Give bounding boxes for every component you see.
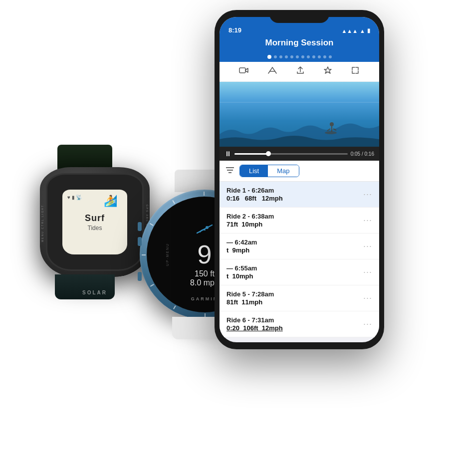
ride-info-6: Ride 6 - 7:31am 0:20 106ft 12mph xyxy=(226,316,283,332)
dot-9[interactable] xyxy=(312,55,315,58)
route-icon[interactable] xyxy=(267,66,277,77)
fenix-btn-left-3 xyxy=(138,272,142,281)
battery-icon: ▮ xyxy=(367,27,370,34)
dot-12[interactable] xyxy=(329,55,332,58)
ride-more-4[interactable]: ··· xyxy=(363,267,372,277)
filter-tabs-row: List Map xyxy=(220,161,379,182)
dots-nav xyxy=(220,53,379,62)
instinct-bezel: ♥ ▮ 📡 🏄 Surf Tides xyxy=(46,173,144,271)
toolbar-row xyxy=(220,62,379,82)
svg-point-1 xyxy=(206,226,209,229)
dot-7[interactable] xyxy=(301,55,304,58)
tick xyxy=(150,284,154,287)
app-header: Morning Session xyxy=(220,36,379,53)
ride-item-6[interactable]: Ride 6 - 7:31am 0:20 106ft 12mph ··· xyxy=(220,311,379,337)
instinct-body: ♥ ▮ 📡 🏄 Surf Tides MENU CTRL LIGHT GPS A… xyxy=(40,167,150,277)
wifi-icon: ▲ xyxy=(360,28,365,34)
ocean-wave-svg xyxy=(220,117,379,147)
dot-6[interactable] xyxy=(296,55,299,58)
fenix-ride-number: 9 xyxy=(198,241,212,267)
dot-8[interactable] xyxy=(307,55,310,58)
pause-button[interactable]: ⏸ xyxy=(224,150,231,158)
ride-stats-3: t 9mph xyxy=(226,246,257,254)
ride-more-6[interactable]: ··· xyxy=(363,319,372,329)
ride-title-6: Ride 6 - 7:31am xyxy=(226,316,283,324)
ride-item-5[interactable]: Ride 5 - 7:28am 81ft 11mph ··· xyxy=(220,285,379,311)
ride-item-2[interactable]: Ride 2 - 6:38am 71ft 10mph ··· xyxy=(220,208,379,234)
star-icon[interactable] xyxy=(323,66,332,77)
ride-title-3: — 6:42am xyxy=(226,238,257,246)
instinct-activity-icon: 🏄 xyxy=(104,195,117,208)
tab-map[interactable]: Map xyxy=(268,165,298,177)
phone-shell: 8:19 ▲▲▲ ▲ ▮ Morning Session xyxy=(215,10,384,349)
ride-info-4: — 6:55am t 10mph xyxy=(226,264,257,280)
status-icons: ▲▲▲ ▲ ▮ xyxy=(341,27,370,34)
ride-title-5: Ride 5 - 7:28am xyxy=(226,290,274,298)
ride-more-1[interactable]: ··· xyxy=(363,189,372,200)
video-area[interactable] xyxy=(220,82,379,147)
heart-battery-icon: ♥ ▮ 📡 xyxy=(67,195,82,200)
dot-4[interactable] xyxy=(285,55,288,58)
expand-icon[interactable] xyxy=(351,66,360,77)
svg-line-0 xyxy=(197,225,212,233)
ride-more-3[interactable]: ··· xyxy=(363,241,372,251)
filter-icon[interactable] xyxy=(225,167,234,176)
video-progress-dot xyxy=(266,151,271,156)
tab-list[interactable]: List xyxy=(240,165,268,177)
ride-item-4[interactable]: — 6:55am t 10mph ··· xyxy=(220,259,379,285)
video-time: 0:05 / 0:16 xyxy=(351,151,374,157)
ride-list: Ride 1 - 6:26am 0:16 68ft 12mph ··· Ride… xyxy=(220,182,379,337)
video-time-total: 0:16 xyxy=(365,151,374,157)
ride-item-1[interactable]: Ride 1 - 6:26am 0:16 68ft 12mph ··· xyxy=(220,182,379,208)
ride-info-1: Ride 1 - 6:26am 0:16 68ft 12mph xyxy=(226,187,283,202)
video-time-current: 0:05 xyxy=(351,151,360,157)
tick xyxy=(150,223,154,226)
tick xyxy=(172,200,175,204)
instinct-strap-top xyxy=(57,145,112,170)
main-scene: ♥ ▮ 📡 🏄 Surf Tides MENU CTRL LIGHT GPS A… xyxy=(0,0,449,476)
ride-item-3[interactable]: — 6:42am t 9mph ··· xyxy=(220,234,379,259)
video-icon[interactable] xyxy=(239,66,249,77)
instinct-left-label: MENU CTRL LIGHT xyxy=(41,205,44,242)
fenix-distance: 150 ft xyxy=(195,269,215,278)
horizon-line xyxy=(220,102,379,103)
instinct-outer: ♥ ▮ 📡 🏄 Surf Tides MENU CTRL LIGHT GPS A… xyxy=(40,167,150,277)
video-progress-bar[interactable] xyxy=(234,153,348,155)
dot-2[interactable] xyxy=(274,55,277,58)
svg-point-4 xyxy=(330,122,334,126)
instinct-activity-label: Surf xyxy=(85,213,105,224)
ride-info-3: — 6:42am t 9mph xyxy=(226,238,257,254)
instinct-strap-bottom xyxy=(55,274,115,299)
fenix-btn-left-2 xyxy=(138,237,142,246)
ride-stats-6: 0:20 106ft 12mph xyxy=(226,324,283,332)
phone-screen: 8:19 ▲▲▲ ▲ ▮ Morning Session xyxy=(220,17,379,342)
tick xyxy=(204,192,205,196)
dot-10[interactable] xyxy=(318,55,321,58)
phone-notch xyxy=(269,10,329,23)
up-menu-label: UP·MENU xyxy=(166,243,169,266)
ride-stats-2: 71ft 10mph xyxy=(226,221,274,228)
dot-5[interactable] xyxy=(290,55,293,58)
ride-info-2: Ride 2 - 6:38am 71ft 10mph xyxy=(226,213,274,228)
dot-1[interactable] xyxy=(267,55,271,59)
tick xyxy=(173,305,176,309)
tick xyxy=(142,254,146,255)
ride-title-1: Ride 1 - 6:26am xyxy=(226,187,283,194)
video-controls: ⏸ 0:05 / 0:16 xyxy=(220,147,379,161)
instinct-tides-label: Tides xyxy=(88,225,102,232)
app-header-title: Morning Session xyxy=(220,38,379,48)
ride-stats-5: 81ft 11mph xyxy=(226,298,274,306)
ride-more-5[interactable]: ··· xyxy=(363,293,372,303)
ride-stats-1: 0:16 68ft 12mph xyxy=(226,195,283,202)
instinct-screen: ♥ ▮ 📡 🏄 Surf Tides xyxy=(62,190,127,254)
tab-group: List Map xyxy=(239,165,299,177)
fenix-btn-left-1 xyxy=(138,222,142,231)
video-progress-fill xyxy=(234,153,268,155)
dot-11[interactable] xyxy=(323,55,326,58)
dot-3[interactable] xyxy=(279,55,282,58)
phone: 8:19 ▲▲▲ ▲ ▮ Morning Session xyxy=(215,10,384,349)
ride-more-2[interactable]: ··· xyxy=(363,215,372,226)
share-icon[interactable] xyxy=(296,66,305,77)
fenix-surf-icon xyxy=(196,222,213,239)
ride-title-2: Ride 2 - 6:38am xyxy=(226,213,274,220)
